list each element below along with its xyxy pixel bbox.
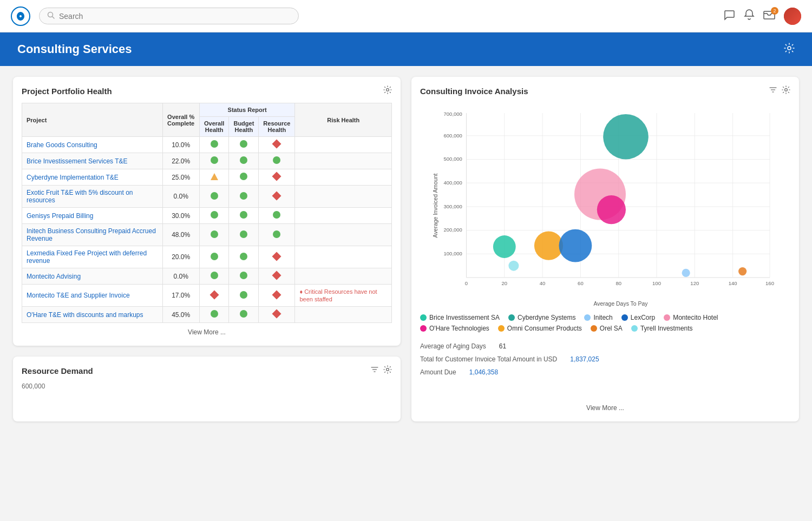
resource-demand-title: Resource Demand xyxy=(22,366,93,375)
svg-text:40: 40 xyxy=(540,280,546,286)
project-name-cell[interactable]: Initech Business Consulting Prepaid Accr… xyxy=(22,224,163,246)
resource-health-cell xyxy=(259,137,295,153)
table-row: Montecito T&E and Supplier Invoice 17.0%… xyxy=(22,285,392,307)
resource-health-cell xyxy=(259,268,295,285)
user-avatar[interactable] xyxy=(784,8,801,25)
svg-point-12 xyxy=(785,89,788,91)
portfolio-table: Project Overall %Complete Status Report … xyxy=(22,103,392,323)
left-panel: Project Portfolio Health Project Overall… xyxy=(13,77,401,421)
resource-health-cell xyxy=(259,246,295,268)
project-name-cell[interactable]: Montecito T&E and Supplier Invoice xyxy=(22,285,163,307)
budget-health-cell xyxy=(229,307,259,323)
legend-dot xyxy=(498,325,505,332)
legend-dot xyxy=(664,314,670,321)
search-bar[interactable] xyxy=(39,8,299,24)
legend-item: Brice Investissement SA xyxy=(420,314,500,321)
legend-dot xyxy=(631,325,638,332)
table-row: Cyberdyne Implementation T&E 25.0% xyxy=(22,169,392,186)
pct-cell: 30.0% xyxy=(162,208,199,224)
amount-due-label: Amount Due xyxy=(420,366,456,379)
overall-health-cell xyxy=(199,208,229,224)
legend-item: Montecito Hotel xyxy=(664,314,718,321)
col-risk-health: Risk Health xyxy=(295,103,392,137)
legend-item: Orel SA xyxy=(591,325,623,332)
resource-health-cell xyxy=(259,169,295,186)
svg-text:100: 100 xyxy=(652,280,661,286)
resource-health-cell xyxy=(259,186,295,208)
search-input[interactable] xyxy=(59,12,291,21)
project-name-cell[interactable]: Genisys Prepaid Billing xyxy=(22,208,163,224)
table-row: Brice Investissement Services T&E 22.0% xyxy=(22,153,392,169)
invoice-card-icons xyxy=(769,85,790,96)
table-row: Lexmedia Fixed Fee Project with deferred… xyxy=(22,246,392,268)
bubble-lexcorp xyxy=(559,229,592,262)
chart-legend: Brice Investissement SACyberdyne Systems… xyxy=(420,314,790,332)
resource-demand-y-start: 600,000 xyxy=(22,382,392,390)
invoice-settings-icon[interactable] xyxy=(782,85,790,96)
table-row: Initech Business Consulting Prepaid Accr… xyxy=(22,224,392,246)
overall-health-cell xyxy=(199,268,229,285)
project-name-cell[interactable]: O'Hare T&E with discounts and markups xyxy=(22,307,163,323)
risk-health-cell xyxy=(295,169,392,186)
amount-due-value: 1,046,358 xyxy=(469,366,498,379)
overall-health-cell xyxy=(199,153,229,169)
project-name-cell[interactable]: Brahe Goods Consulting xyxy=(22,137,163,153)
legend-item: Omni Consumer Products xyxy=(498,325,582,332)
risk-health-cell xyxy=(295,208,392,224)
invoice-view-more[interactable]: View More ... xyxy=(420,398,790,413)
legend-item: Tyrell Investments xyxy=(631,325,693,332)
portfolio-settings-icon[interactable] xyxy=(383,85,392,96)
legend-label: LexCorp xyxy=(631,314,655,321)
budget-health-cell xyxy=(229,208,259,224)
svg-text:60: 60 xyxy=(578,280,584,286)
legend-dot xyxy=(584,314,591,321)
top-nav: 2 xyxy=(0,0,812,32)
aging-value: 61 xyxy=(499,340,506,353)
page-header: Consulting Services xyxy=(0,32,812,66)
risk-health-cell xyxy=(295,186,392,208)
resource-settings-icon[interactable] xyxy=(383,365,392,376)
table-row: O'Hare T&E with discounts and markups 45… xyxy=(22,307,392,323)
project-name-cell[interactable]: Cyberdyne Implementation T&E xyxy=(22,169,163,186)
legend-label: Tyrell Investments xyxy=(640,325,693,332)
overall-health-cell xyxy=(199,307,229,323)
portfolio-view-more[interactable]: View More ... xyxy=(22,323,392,337)
svg-text:100,000: 100,000 xyxy=(444,250,462,256)
legend-item: Initech xyxy=(584,314,612,321)
legend-label: O'Hare Technologies xyxy=(429,325,489,332)
bubble-tyrell xyxy=(508,261,519,271)
project-name-cell[interactable]: Lexmedia Fixed Fee Project with deferred… xyxy=(22,246,163,268)
chart-stats: Average of Aging Days 61 Total for Custo… xyxy=(420,340,790,379)
chat-icon[interactable] xyxy=(723,9,735,23)
bubble-omni xyxy=(534,232,563,260)
svg-text:80: 80 xyxy=(615,280,621,286)
legend-dot xyxy=(420,314,427,321)
page-settings-icon[interactable] xyxy=(784,43,795,56)
portfolio-health-card: Project Portfolio Health Project Overall… xyxy=(13,77,401,346)
resource-demand-card: Resource Demand xyxy=(13,357,401,421)
svg-text:0: 0 xyxy=(465,280,468,286)
pct-cell: 45.0% xyxy=(162,307,199,323)
inbox-badge: 2 xyxy=(771,7,778,15)
risk-text: ♦ Critical Resources have not been staff… xyxy=(299,288,377,302)
resource-filter-icon[interactable] xyxy=(370,365,379,376)
pct-cell: 10.0% xyxy=(162,137,199,153)
table-row: Brahe Goods Consulting 10.0% xyxy=(22,137,392,153)
pct-cell: 17.0% xyxy=(162,285,199,307)
pct-cell: 48.0% xyxy=(162,224,199,246)
legend-dot xyxy=(591,325,597,332)
project-name-cell[interactable]: Montecito Advising xyxy=(22,268,163,285)
invoice-filter-icon[interactable] xyxy=(769,85,777,96)
project-name-cell[interactable]: Exotic Fruit T&E with 5% discount on res… xyxy=(22,186,163,208)
search-icon xyxy=(47,11,55,21)
workday-logo[interactable] xyxy=(11,6,30,26)
legend-dot xyxy=(420,325,427,332)
risk-health-cell xyxy=(295,153,392,169)
bubble-brice-sa xyxy=(493,235,516,258)
project-name-cell[interactable]: Brice Investissement Services T&E xyxy=(22,153,163,169)
notification-icon[interactable] xyxy=(744,9,755,23)
legend-item: Cyberdyne Systems xyxy=(508,314,575,321)
inbox-icon[interactable]: 2 xyxy=(763,9,775,23)
overall-health-cell xyxy=(199,169,229,186)
overall-health-cell xyxy=(199,137,229,153)
